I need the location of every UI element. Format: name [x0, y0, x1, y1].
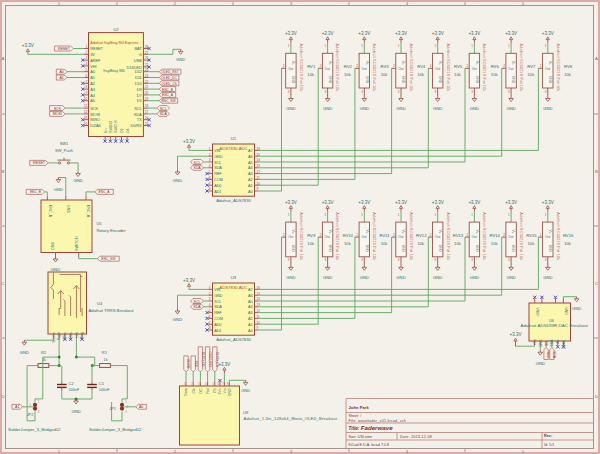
- svg-text:Out: Out: [472, 235, 477, 239]
- svg-text:Adafruit ItsyBitsy M4 Express: Adafruit ItsyBitsy M4 Express: [90, 41, 138, 45]
- svg-text:GND: GND: [401, 245, 405, 253]
- svg-text:D11: D11: [135, 75, 143, 80]
- svg-text:SCL: SCL: [160, 107, 167, 111]
- svg-text:V+: V+: [328, 230, 332, 234]
- svg-text:KiCad E.D.A. kicad 7.0.8: KiCad E.D.A. kicad 7.0.8: [349, 443, 390, 447]
- svg-text:GND: GND: [54, 187, 63, 192]
- svg-text:A5: A5: [248, 161, 253, 165]
- svg-text:GND: GND: [543, 106, 552, 111]
- svg-text:7: 7: [85, 80, 87, 84]
- svg-text:RV4: RV4: [417, 64, 426, 69]
- svg-text:Rotary Encoder: Rotary Encoder: [96, 228, 126, 233]
- svg-text:V+: V+: [438, 61, 442, 65]
- svg-text:21: 21: [145, 85, 149, 89]
- svg-text:6: 6: [209, 315, 211, 319]
- svg-text:D10: D10: [135, 81, 143, 86]
- svg-text:C2: C2: [69, 381, 75, 386]
- svg-text:+3.3V: +3.3V: [542, 31, 554, 36]
- svg-text:RESET: RESET: [33, 161, 46, 165]
- svg-text:ENC_B: ENC_B: [30, 190, 42, 194]
- svg-text:Out: Out: [362, 235, 367, 239]
- svg-text:ADS7830 ADC: ADS7830 ADC: [219, 146, 247, 151]
- svg-text:10k: 10k: [564, 241, 572, 246]
- svg-text:Out: Out: [288, 67, 293, 71]
- svg-text:RESET: RESET: [90, 46, 103, 51]
- svg-text:SCL: SCL: [545, 339, 549, 346]
- svg-text:1: 1: [209, 147, 211, 151]
- svg-text:JP1: JP1: [109, 407, 116, 411]
- svg-text:+3.3V: +3.3V: [542, 200, 554, 205]
- svg-text:4: 4: [209, 164, 211, 168]
- svg-text:Adafruit SC6021S Pot 10k: Adafruit SC6021S Pot 10k: [335, 212, 339, 260]
- svg-text:12: 12: [84, 110, 88, 114]
- svg-text:GND: GND: [543, 275, 552, 280]
- svg-text:A6: A6: [248, 294, 253, 298]
- svg-text:Out: Out: [325, 235, 330, 239]
- svg-text:A: A: [595, 56, 598, 61]
- svg-text:GND: GND: [176, 57, 185, 62]
- svg-text:4: 4: [209, 303, 211, 307]
- svg-text:Adafruit SC6021S Pot 10k: Adafruit SC6021S Pot 10k: [372, 212, 376, 260]
- svg-text:Adafruit SC6021S Pot 10k: Adafruit SC6021S Pot 10k: [446, 212, 450, 260]
- svg-text:5: 5: [85, 68, 87, 72]
- svg-text:GND: GND: [396, 106, 405, 111]
- svg-text:GND: GND: [286, 106, 295, 111]
- svg-text:11: 11: [84, 104, 88, 108]
- svg-text:Adafruit SC6021S Pot 10k: Adafruit SC6021S Pot 10k: [372, 44, 376, 92]
- svg-text:A0: A0: [59, 70, 63, 74]
- svg-text:GND: GND: [66, 205, 70, 214]
- svg-text:D0/RX: D0/RX: [131, 123, 143, 128]
- svg-text:A: A: [2, 56, 5, 61]
- svg-text:Out: Out: [435, 235, 440, 239]
- svg-text:SDA: SDA: [159, 112, 167, 116]
- svg-text:ADS7830 ADC: ADS7830 ADC: [219, 285, 247, 290]
- svg-text:Rev:: Rev:: [544, 434, 552, 438]
- svg-text:A1: A1: [59, 76, 63, 80]
- svg-text:A1: A1: [248, 323, 253, 327]
- svg-text:A1: A1: [248, 184, 253, 188]
- svg-text:JP2: JP2: [27, 413, 34, 417]
- svg-text:+3.3V: +3.3V: [183, 139, 195, 144]
- svg-text:MOSI: MOSI: [90, 112, 100, 117]
- svg-text:Data: Data: [184, 388, 188, 396]
- svg-text:10k: 10k: [528, 72, 536, 77]
- svg-text:+3.3V: +3.3V: [468, 31, 480, 36]
- svg-text:Adafruit SC6021S Pot 10k: Adafruit SC6021S Pot 10k: [409, 212, 413, 260]
- svg-text:Out: Out: [545, 235, 550, 239]
- svg-text:SCK: SCK: [194, 360, 198, 368]
- svg-text:GND: GND: [470, 275, 479, 280]
- svg-text:V+: V+: [438, 230, 442, 234]
- svg-text:10k: 10k: [307, 72, 315, 77]
- svg-text:10k: 10k: [454, 72, 462, 77]
- svg-text:ENC_SW: ENC_SW: [161, 99, 176, 103]
- svg-text:DC: DC: [199, 388, 203, 394]
- svg-text:Title: Faderwave: Title: Faderwave: [349, 424, 394, 431]
- svg-text:A3: A3: [248, 311, 253, 315]
- svg-text:V+: V+: [291, 61, 295, 65]
- svg-text:GND: GND: [470, 106, 479, 111]
- svg-text:D2/A6: D2/A6: [90, 123, 101, 128]
- svg-text:GND: GND: [328, 76, 332, 84]
- svg-text:RV5: RV5: [454, 64, 463, 69]
- svg-text:GND: GND: [241, 388, 250, 393]
- svg-text:SDA: SDA: [214, 305, 222, 309]
- svg-text:Adafruit SC6021S Pot 10k: Adafruit SC6021S Pot 10k: [556, 44, 560, 92]
- svg-text:A2: A2: [248, 317, 253, 321]
- svg-text:24: 24: [145, 68, 149, 72]
- svg-text:V+: V+: [328, 61, 332, 65]
- svg-text:John Park: John Park: [349, 405, 370, 410]
- svg-text:RV14: RV14: [489, 233, 500, 238]
- svg-text:VIN: VIN: [533, 339, 537, 345]
- svg-text:GND: GND: [506, 106, 515, 111]
- svg-text:RV7: RV7: [527, 64, 536, 69]
- svg-text:GND: GND: [396, 275, 405, 280]
- svg-text:V+: V+: [548, 230, 552, 234]
- svg-text:Out: Out: [325, 67, 330, 71]
- svg-text:3: 3: [209, 158, 211, 162]
- svg-text:GND: GND: [291, 76, 295, 84]
- svg-text:RV8: RV8: [564, 64, 573, 69]
- svg-text:Adafruit SC6021S Pot 10k: Adafruit SC6021S Pot 10k: [335, 44, 339, 92]
- svg-text:V+: V+: [401, 61, 405, 65]
- svg-text:Adafruit_ADS7830: Adafruit_ADS7830: [216, 198, 251, 203]
- svg-text:D3: D3: [120, 128, 124, 133]
